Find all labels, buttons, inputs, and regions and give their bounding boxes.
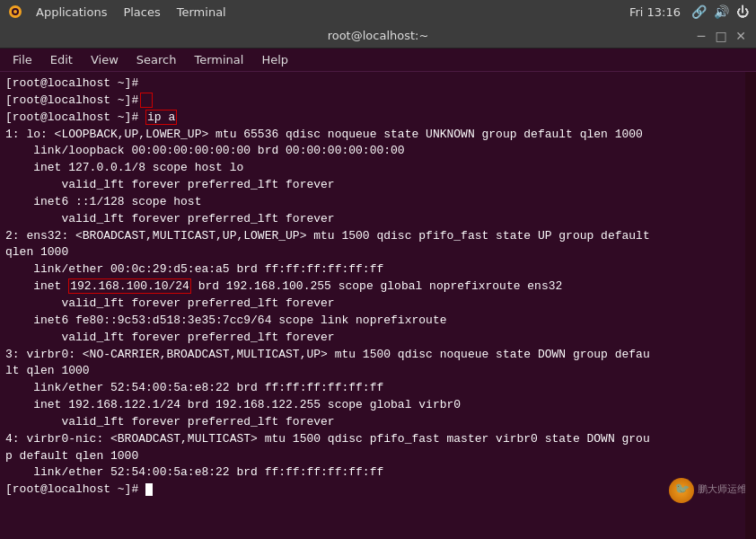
system-bar-left: Applications Places Terminal: [7, 4, 233, 21]
network-icon: 🔗: [691, 4, 707, 19]
watermark-text: 鹏大师运维: [698, 483, 747, 497]
terminal-line-2: [root@localhost ~]#: [5, 93, 751, 110]
terminal-line-16: valid_lft forever preferred_lft forever: [5, 330, 751, 347]
terminal-line-20: inet 192.168.122.1/24 brd 192.168.122.25…: [5, 397, 751, 414]
window-title: root@localhost:~: [328, 29, 429, 42]
terminal-line-17: 3: virbr0: <NO-CARRIER,BROADCAST,MULTICA…: [5, 347, 751, 364]
minimize-button[interactable]: ─: [693, 28, 709, 44]
terminal-content[interactable]: [root@localhost ~]# [root@localhost ~]# …: [0, 72, 756, 539]
terminal-line-10: 2: ens32: <BROADCAST,MULTICAST,UP,LOWER_…: [5, 228, 751, 245]
menu-edit[interactable]: Edit: [41, 50, 82, 69]
maximize-button[interactable]: □: [713, 28, 729, 44]
system-menu-applications[interactable]: Applications: [29, 4, 114, 21]
system-clock: Fri 13:16: [629, 5, 681, 19]
terminal-line-8: inet6 ::1/128 scope host: [5, 194, 751, 211]
title-bar: root@localhost:~ ─ □ ✕: [0, 23, 756, 49]
close-button[interactable]: ✕: [733, 28, 749, 44]
terminal-line-19: link/ether 52:54:00:5a:e8:22 brd ff:ff:f…: [5, 380, 751, 397]
terminal-line-21: valid_lft forever preferred_lft forever: [5, 414, 751, 431]
terminal-line-3: [root@localhost ~]# ip a: [5, 110, 751, 127]
terminal-line-11: qlen 1000: [5, 244, 751, 261]
menu-bar: File Edit View Search Terminal Help: [0, 49, 756, 72]
window-controls: ─ □ ✕: [693, 28, 749, 44]
system-menu-terminal[interactable]: Terminal: [170, 4, 233, 21]
menu-view[interactable]: View: [82, 50, 127, 69]
system-bar: Applications Places Terminal Fri 13:16 🔗…: [0, 0, 756, 23]
terminal-line-4: 1: lo: <LOOPBACK,UP,LOWER_UP> mtu 65536 …: [5, 127, 751, 144]
terminal-line-13: inet 192.168.100.10/24 brd 192.168.100.2…: [5, 278, 751, 296]
menu-file[interactable]: File: [4, 50, 41, 69]
terminal-line-7: valid_lft forever preferred_lft forever: [5, 177, 751, 194]
scrollbar[interactable]: [745, 72, 756, 539]
terminal-line-12: link/ether 00:0c:29:d5:ea:a5 brd ff:ff:f…: [5, 261, 751, 278]
terminal-line-24: link/ether 52:54:00:5a:e8:22 brd ff:ff:f…: [5, 464, 751, 482]
menu-search[interactable]: Search: [127, 50, 186, 69]
watermark: 🐦 鹏大师运维: [669, 478, 747, 503]
power-icon: ⏻: [736, 4, 749, 19]
terminal-line-25: [root@localhost ~]#: [5, 482, 751, 499]
terminal-line-15: inet6 fe80::9c53:d518:3e35:7cc9/64 scope…: [5, 313, 751, 330]
terminal-line-6: inet 127.0.0.1/8 scope host lo: [5, 160, 751, 177]
system-tray-icons: 🔗 🔊 ⏻: [691, 4, 749, 19]
terminal-line-9: valid_lft forever preferred_lft forever: [5, 211, 751, 228]
terminal-window: root@localhost:~ ─ □ ✕ File Edit View Se…: [0, 23, 756, 539]
menu-help[interactable]: Help: [252, 50, 297, 69]
system-menu-places[interactable]: Places: [116, 4, 167, 21]
menu-terminal[interactable]: Terminal: [185, 50, 252, 69]
terminal-line-5: link/loopback 00:00:00:00:00:00 brd 00:0…: [5, 143, 751, 160]
terminal-line-18: lt qlen 1000: [5, 363, 751, 380]
terminal-line-14: valid_lft forever preferred_lft forever: [5, 296, 751, 313]
system-logo-icon: [7, 4, 23, 20]
terminal-line-1: [root@localhost ~]#: [5, 75, 751, 93]
system-menu-bar: Applications Places Terminal: [29, 4, 233, 21]
volume-icon: 🔊: [714, 4, 729, 19]
terminal-line-23: p default qlen 1000: [5, 448, 751, 465]
watermark-logo: 🐦: [669, 478, 694, 503]
system-bar-right: Fri 13:16 🔗 🔊 ⏻: [629, 4, 749, 19]
terminal-line-22: 4: virbr0-nic: <BROADCAST,MULTICAST> mtu…: [5, 431, 751, 448]
svg-point-2: [13, 10, 17, 13]
